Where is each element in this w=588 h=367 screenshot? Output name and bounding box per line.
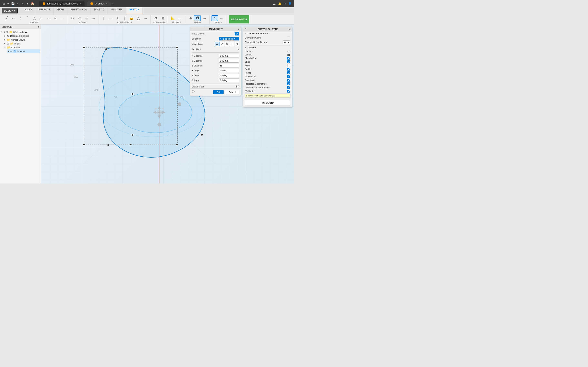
tab-utilities[interactable]: UTILITIES xyxy=(108,7,126,14)
select-btn[interactable]: ↖ xyxy=(212,15,218,21)
create-copy-checkbox[interactable] xyxy=(236,85,239,88)
circle-tool[interactable]: ○ xyxy=(17,15,24,21)
tab-lampshade[interactable]: 🟠 fab academy- lampshade v1 ✕ xyxy=(39,1,85,6)
move-free-btn[interactable]: ⇄ xyxy=(215,42,219,46)
tree-item-sketch1[interactable]: 👁 ✏ S Sketch1 xyxy=(7,49,40,53)
constraints-checkbox[interactable] xyxy=(287,79,290,82)
selection-clear-icon[interactable]: ✕ xyxy=(234,37,236,40)
horizontal-constraint[interactable]: — xyxy=(107,15,114,21)
more-icon[interactable]: ▾ xyxy=(26,2,29,6)
mirror-tool[interactable]: ⇌ xyxy=(83,15,90,21)
move-along-btn[interactable]: ⤢ xyxy=(220,42,224,46)
look-at-icon[interactable]: 📷 xyxy=(287,53,290,56)
tab-untitled[interactable]: 🟠 Untitled* ✕ xyxy=(87,1,111,6)
cancel-button[interactable]: Cancel xyxy=(225,90,239,94)
snap-checkbox[interactable] xyxy=(287,60,290,63)
tab-plastic[interactable]: PLASTIC xyxy=(91,7,108,14)
more-tool[interactable]: ⋯ xyxy=(59,15,65,21)
more-constraints[interactable]: ⋯ xyxy=(142,15,149,21)
tree-item-unsaved[interactable]: ▼ ● 👁 📁 (Unsaved) ☁ xyxy=(1,30,40,34)
ok-button[interactable]: OK xyxy=(213,90,224,94)
hline-tool[interactable]: ⊢ xyxy=(38,15,44,21)
set-pivot-icon[interactable]: ⌖ xyxy=(237,48,239,51)
finish-sketch-button[interactable]: FINISH SKETCH xyxy=(229,15,249,24)
curve-tool[interactable]: ⌓ xyxy=(45,15,52,21)
sketch-grid-checkbox[interactable] xyxy=(287,57,290,59)
arc-tool[interactable]: ⌒ xyxy=(24,15,31,21)
z-angle-input[interactable]: 0.0 deg xyxy=(219,78,239,82)
projected-geometries-checkbox[interactable] xyxy=(287,82,290,85)
rect-tool[interactable]: ▭ xyxy=(10,15,17,21)
insert-more[interactable]: ⋯ xyxy=(201,15,208,21)
linetype-dashed-icon[interactable]: □ xyxy=(289,50,290,52)
undo-icon[interactable]: ↩ xyxy=(16,2,20,6)
line-tool[interactable]: ╱ xyxy=(3,15,10,21)
more-modify[interactable]: ⋯ xyxy=(90,15,96,21)
trim-tool[interactable]: ✂ xyxy=(69,15,76,21)
bell-icon[interactable]: 🔔 xyxy=(277,2,282,6)
perpendicular-constraint[interactable]: ⊥ xyxy=(114,15,121,21)
move-copy-expand[interactable]: » xyxy=(238,28,239,30)
slice-checkbox[interactable] xyxy=(287,64,290,67)
options-title[interactable]: ▼ Options xyxy=(245,46,290,49)
tab-sheet-metal[interactable]: SHEET METAL xyxy=(67,7,91,14)
tab-solid[interactable]: SOLID xyxy=(21,7,35,14)
z-distance-input[interactable]: 85 xyxy=(219,64,239,67)
dimensions-checkbox[interactable] xyxy=(287,75,290,78)
new-tab-icon[interactable]: + xyxy=(112,2,115,6)
y-angle-input[interactable]: 0.0 deg xyxy=(219,74,239,77)
linetype-solid-icon[interactable]: ‹ xyxy=(287,50,288,52)
lock-constraint[interactable]: 🔒 xyxy=(128,15,135,21)
viewport[interactable]: -200 -150 -100 50 100 150 xyxy=(41,25,294,184)
move-point-btn[interactable]: ✦ xyxy=(230,42,234,46)
vertical-constraint[interactable]: | xyxy=(100,15,107,21)
triangle-tool[interactable]: △ xyxy=(31,15,38,21)
points-checkbox[interactable] xyxy=(287,71,290,74)
inspect-btn[interactable]: 📐 xyxy=(170,15,176,21)
contextual-options-title[interactable]: ▼ Contextual Options xyxy=(245,32,290,35)
tab-surface[interactable]: SURFACE xyxy=(35,7,53,14)
profile-checkbox[interactable] xyxy=(287,68,290,71)
browser-collapse[interactable]: ◀ xyxy=(37,25,39,28)
triangle-constraint[interactable]: △ xyxy=(135,15,142,21)
x-angle-input[interactable]: 0.0 deg xyxy=(219,69,239,72)
menu-icon[interactable]: ▾ xyxy=(7,2,9,6)
construction-geometries-checkbox[interactable] xyxy=(287,86,290,89)
cloud-icon[interactable]: ☁ xyxy=(272,2,277,6)
user-icon[interactable]: 👤 xyxy=(287,2,292,6)
offset-tool[interactable]: ⊂ xyxy=(76,15,83,21)
grid-icon[interactable]: ⊞ xyxy=(2,2,6,6)
tab-sketch[interactable]: SKETCH xyxy=(126,7,143,14)
redo-icon[interactable]: ↪ xyxy=(21,2,25,6)
home-icon[interactable]: 🏠 xyxy=(30,2,35,6)
info-icon[interactable]: ⓘ xyxy=(192,90,195,94)
grid-configure[interactable]: ⊞ xyxy=(159,15,166,21)
inspect-more[interactable]: ⋯ xyxy=(177,15,183,21)
palette-finish-sketch-button[interactable]: Finish Sketch xyxy=(245,100,290,105)
curvature-comb-icon[interactable]: ⌒ xyxy=(287,36,290,40)
select-more[interactable]: ⋯ xyxy=(218,15,225,21)
tab-lampshade-close[interactable]: ✕ xyxy=(80,3,81,5)
configure-btn[interactable]: ⚙ xyxy=(153,15,159,21)
move-rotate-btn[interactable]: ↻ xyxy=(225,42,229,46)
tab-mesh[interactable]: MESH xyxy=(53,7,67,14)
tree-item-doc-settings[interactable]: ▶ ⚙ Document Settings xyxy=(4,34,40,38)
design-button[interactable]: DESIGN ▾ xyxy=(2,8,18,13)
tree-item-named-views[interactable]: ▶ 📁 Named Views xyxy=(4,38,40,42)
help-icon[interactable]: ? xyxy=(283,2,286,6)
spline-tool[interactable]: ∿ xyxy=(52,15,58,21)
3d-sketch-checkbox[interactable] xyxy=(287,90,290,92)
spline-degree-select[interactable]: 4 3 5 xyxy=(283,40,290,44)
sketch-palette-expand[interactable]: » xyxy=(289,28,290,30)
insert-btn[interactable]: ⊕ xyxy=(187,15,194,21)
move-plane-btn[interactable]: ⊡ xyxy=(234,42,239,46)
insert-image[interactable]: 🖼 xyxy=(194,15,201,21)
parallel-constraint[interactable]: ∥ xyxy=(121,15,128,21)
x-distance-input[interactable]: 0.00 mm xyxy=(219,54,239,58)
save-icon[interactable]: 💾 xyxy=(10,2,16,6)
selection-value[interactable]: ↖ 1 selected ✕ xyxy=(219,37,239,41)
move-object-icon[interactable]: ⇄ xyxy=(234,32,239,35)
tree-item-sketches[interactable]: ▼ 📁 Sketches xyxy=(4,45,40,49)
y-distance-input[interactable]: 0.00 mm xyxy=(219,59,239,63)
tab-untitled-close[interactable]: ✕ xyxy=(106,3,107,5)
